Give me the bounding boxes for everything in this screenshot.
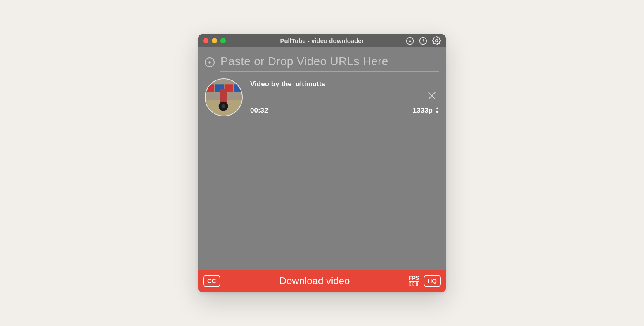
svg-rect-8 [234,84,242,92]
minimize-window-button[interactable] [212,38,217,43]
download-button[interactable]: Download video [225,275,405,287]
empty-area [198,120,446,270]
history-icon[interactable] [419,36,428,45]
hq-button[interactable]: HQ [424,275,441,287]
fps-button[interactable]: FPS ▯▯▯ [409,276,419,285]
downloads-icon[interactable] [405,36,414,45]
svg-rect-5 [206,84,214,92]
zoom-window-button[interactable] [220,38,226,43]
close-window-button[interactable] [203,38,208,43]
app-window: PullTube - video downloader [198,34,446,292]
svg-point-2 [435,40,438,42]
url-row [198,47,446,74]
footer-bar: CC Download video FPS ▯▯▯ HQ [198,270,446,292]
url-input[interactable] [220,53,439,72]
titlebar-actions [405,36,441,45]
video-duration: 00:32 [250,106,268,115]
svg-point-11 [222,104,225,108]
add-url-button[interactable] [205,57,215,67]
settings-icon[interactable] [432,36,441,45]
chevron-updown-icon [435,107,439,113]
video-thumbnail[interactable] [205,78,243,116]
quality-selector[interactable]: 1333p [413,106,439,115]
titlebar: PullTube - video downloader [198,34,446,47]
video-title: Video by the_ultimutts [250,80,439,88]
video-item: Video by the_ultimutts 00:32 1333p [198,74,446,120]
quality-label: 1333p [413,106,433,115]
film-icon: ▯▯▯ [409,281,419,286]
video-meta: Video by the_ultimutts 00:32 1333p [250,78,439,116]
remove-item-button[interactable] [426,90,438,103]
fps-label: FPS [409,275,419,281]
traffic-lights [203,38,226,43]
cc-button[interactable]: CC [203,275,220,287]
